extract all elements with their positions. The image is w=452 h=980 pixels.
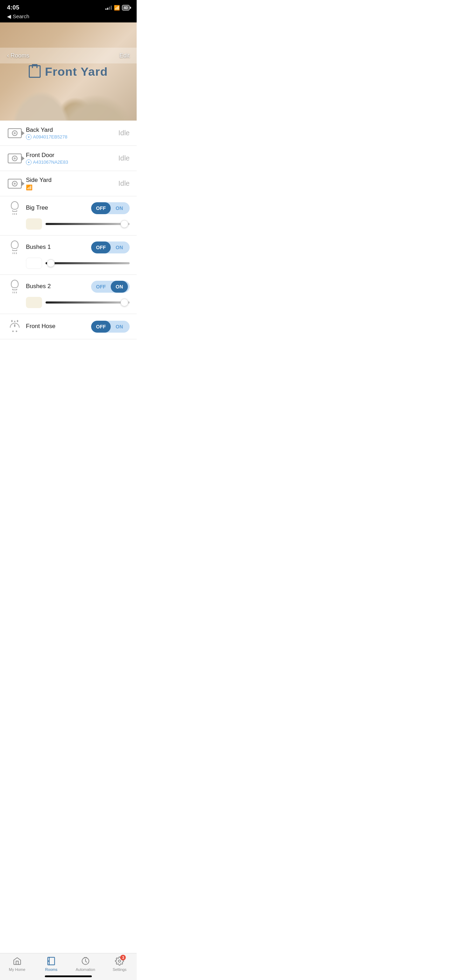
devices-list: Back Yard A094017EB5278 Idle Front Door … — [0, 121, 137, 374]
back-yard-name: Back Yard — [26, 127, 118, 134]
bushes-1-slider-row — [7, 258, 130, 269]
bushes-2-off-button[interactable]: OFF — [91, 281, 111, 293]
bushes-2-slider-row — [7, 297, 130, 308]
bushes-1-on-button[interactable]: ON — [111, 242, 128, 253]
device-bushes-1[interactable]: Bushes 1 OFF ON — [0, 235, 137, 275]
front-door-status: Idle — [118, 154, 130, 162]
camera-icon-side-yard — [7, 179, 22, 189]
device-back-yard[interactable]: Back Yard A094017EB5278 Idle — [0, 121, 137, 146]
room-icon — [29, 65, 41, 78]
back-button[interactable]: ‹ Rooms — [7, 52, 29, 59]
front-hose-name: Front Hose — [26, 323, 91, 330]
search-label: ◀ Search — [7, 13, 29, 19]
back-label: Rooms — [11, 52, 29, 59]
device-front-door[interactable]: Front Door A431067NA2E83 Idle — [0, 146, 137, 171]
bushes-1-slider-thumb[interactable] — [47, 259, 55, 267]
battery-icon: 40 — [122, 5, 130, 11]
bulb-icon-bushes-1 — [7, 240, 22, 254]
side-yard-signal: 📶 — [26, 185, 118, 191]
big-tree-toggle[interactable]: OFF ON — [91, 202, 130, 214]
side-yard-status: Idle — [118, 180, 130, 188]
bushes-1-slider[interactable] — [46, 262, 130, 264]
camera-icon-front-door — [7, 154, 22, 163]
front-door-id: A431067NA2E83 — [26, 159, 118, 165]
front-hose-toggle[interactable]: OFF ON — [91, 321, 130, 332]
chevron-left-icon: ‹ — [7, 52, 9, 59]
nav-header: ‹ Rooms Edit — [0, 48, 137, 64]
big-tree-off-button[interactable]: OFF — [91, 202, 111, 214]
wifi-icon: 📶 — [114, 5, 120, 11]
bulb-icon-big-tree — [7, 201, 22, 215]
device-big-tree[interactable]: Big Tree OFF ON — [0, 196, 137, 235]
bushes-2-on-button[interactable]: ON — [111, 281, 128, 293]
scan-icon — [26, 134, 32, 140]
bushes-1-name: Bushes 1 — [26, 243, 91, 251]
big-tree-color-swatch[interactable] — [26, 218, 42, 229]
status-time: 4:05 — [7, 4, 19, 11]
big-tree-name-wrap: Big Tree — [22, 204, 91, 212]
back-yard-info: Back Yard A094017EB5278 — [22, 127, 118, 140]
big-tree-slider-thumb[interactable] — [121, 220, 128, 228]
edit-label: Edit — [119, 52, 130, 59]
front-door-name: Front Door — [26, 152, 118, 159]
bulb-icon-bushes-2 — [7, 280, 22, 293]
back-yard-id: A094017EB5278 — [26, 134, 118, 140]
bushes-2-name: Bushes 2 — [26, 283, 91, 290]
status-bar: 4:05 📶 40 — [0, 0, 137, 13]
camera-icon-back-yard — [7, 128, 22, 138]
scan-icon-2 — [26, 159, 32, 165]
front-hose-off-button[interactable]: OFF — [91, 321, 111, 332]
big-tree-name: Big Tree — [26, 204, 91, 212]
side-yard-name: Side Yard — [26, 177, 118, 184]
big-tree-header: Big Tree OFF ON — [7, 201, 130, 215]
signal-icon — [105, 6, 112, 10]
device-bushes-2[interactable]: Bushes 2 OFF ON — [0, 275, 137, 314]
status-icons: 📶 40 — [105, 5, 130, 11]
big-tree-on-button[interactable]: ON — [111, 202, 128, 214]
hero-banner: Front Yard — [0, 22, 137, 121]
bushes-1-header: Bushes 1 OFF ON — [7, 240, 130, 254]
device-front-hose[interactable]: ● ● Front Hose OFF ON — [0, 314, 137, 339]
big-tree-slider-row — [7, 218, 130, 229]
front-hose-on-button[interactable]: ON — [111, 321, 128, 332]
bushes-1-name-wrap: Bushes 1 — [22, 243, 91, 251]
search-bar[interactable]: ◀ Search — [0, 13, 137, 22]
front-door-info: Front Door A431067NA2E83 — [22, 152, 118, 165]
hero-title-text: Front Yard — [45, 65, 108, 78]
bushes-2-name-wrap: Bushes 2 — [22, 283, 91, 291]
bushes-2-slider[interactable] — [46, 301, 130, 304]
front-hose-info: Front Hose — [22, 323, 91, 331]
device-side-yard[interactable]: Side Yard 📶 Idle — [0, 171, 137, 196]
edit-button[interactable]: Edit — [119, 52, 130, 59]
big-tree-slider[interactable] — [46, 223, 130, 225]
back-yard-status: Idle — [118, 129, 130, 137]
bushes-2-toggle[interactable]: OFF ON — [91, 281, 130, 293]
bushes-2-color-swatch[interactable] — [26, 297, 42, 308]
bushes-1-toggle[interactable]: OFF ON — [91, 242, 130, 253]
room-title: Front Yard — [29, 65, 108, 78]
bushes-1-color-swatch[interactable] — [26, 258, 42, 269]
bushes-1-off-button[interactable]: OFF — [91, 242, 111, 253]
side-yard-info: Side Yard 📶 — [22, 177, 118, 191]
bushes-2-header: Bushes 2 OFF ON — [7, 280, 130, 293]
sprinkler-icon-front-hose: ● ● — [7, 320, 22, 333]
bushes-2-slider-thumb[interactable] — [121, 299, 128, 306]
